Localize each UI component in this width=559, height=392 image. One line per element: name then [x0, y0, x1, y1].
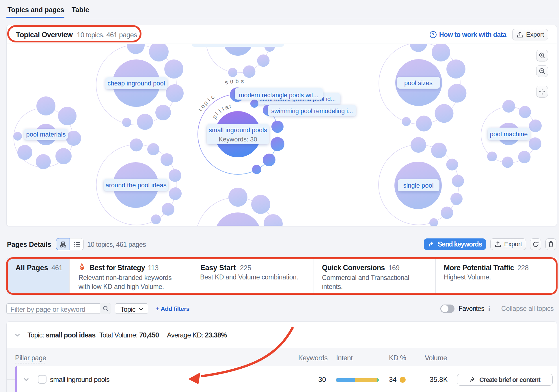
svg-text:swimming pool remodeling i...: swimming pool remodeling i... — [271, 108, 353, 115]
svg-text:single pool: single pool — [403, 182, 433, 189]
svg-text:cheap inground pool: cheap inground pool — [107, 80, 165, 87]
svg-text:modern rectangle pools wit...: modern rectangle pools wit... — [239, 92, 318, 99]
svg-text:u: u — [230, 78, 234, 85]
svg-text:s: s — [224, 79, 228, 86]
svg-text:l: l — [217, 108, 222, 114]
svg-text:c: c — [210, 94, 216, 100]
svg-text:pool materials: pool materials — [26, 131, 66, 138]
svg-text:Keywords: 30: Keywords: 30 — [219, 136, 257, 143]
svg-text:s: s — [241, 78, 244, 85]
svg-text:pool machine: pool machine — [490, 130, 528, 138]
svg-text:pool sizes: pool sizes — [404, 79, 433, 87]
svg-text:small inground pools: small inground pools — [209, 126, 267, 134]
svg-text:b: b — [235, 78, 239, 84]
svg-text:r: r — [228, 103, 232, 109]
svg-text:around the pool ideas: around the pool ideas — [105, 182, 167, 189]
svg-text:i: i — [206, 97, 212, 103]
